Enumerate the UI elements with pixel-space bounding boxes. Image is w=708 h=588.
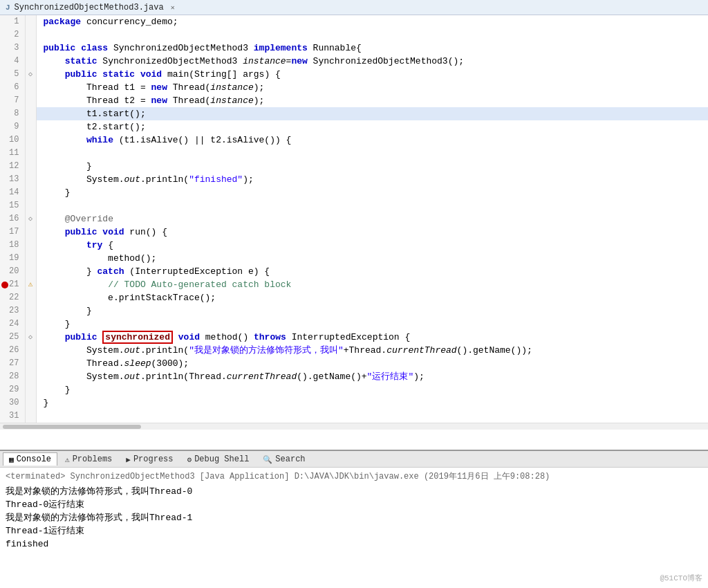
- code-line: [36, 410, 708, 423]
- line-number: 31: [0, 410, 25, 423]
- line-number: 4: [0, 55, 25, 68]
- code-line: public synchronized void method() throws…: [36, 331, 708, 344]
- gutter-icon: [25, 304, 36, 318]
- line-number: 16: [0, 212, 25, 226]
- code-line: }: [36, 396, 708, 410]
- gutter-icon: [25, 291, 36, 304]
- code-line: [36, 199, 708, 212]
- code-line: t1.start();: [36, 107, 708, 120]
- line-number: 28: [0, 370, 25, 383]
- gutter-icon: ⚠: [25, 278, 36, 291]
- code-line: }: [36, 383, 708, 396]
- code-line: public void run() {: [36, 226, 708, 239]
- code-line: public static void main(String[] args) {: [36, 68, 708, 81]
- table-row: 18 try {: [0, 239, 708, 252]
- code-line: }: [36, 186, 708, 199]
- file-java-icon: J: [6, 3, 10, 12]
- console-tab-progress[interactable]: ▶Progress: [120, 452, 179, 466]
- console-tab-debug-shell[interactable]: ⚙Debug Shell: [181, 452, 256, 466]
- code-line: System.out.println(Thread.currentThread(…: [36, 370, 708, 383]
- table-row: 21⚠ // TODO Auto-generated catch block: [0, 278, 708, 291]
- line-number: 29: [0, 383, 25, 396]
- table-row: 14 }: [0, 186, 708, 199]
- console-tab-search[interactable]: 🔍Search: [257, 452, 311, 466]
- tab-label: Progress: [133, 454, 174, 464]
- code-line: static SynchronizedObjectMethod3 instanc…: [36, 55, 708, 68]
- table-row: 7 Thread t2 = new Thread(instance);: [0, 94, 708, 107]
- table-row: 25◇ public synchronized void method() th…: [0, 331, 708, 344]
- line-number: 25: [0, 331, 25, 344]
- gutter-icon: ◇: [25, 68, 36, 81]
- tab-icon: ▦: [9, 455, 14, 464]
- gutter-icon: [25, 173, 36, 186]
- line-number: 15: [0, 199, 25, 212]
- console-tab-console[interactable]: ▦Console: [3, 452, 57, 466]
- gutter-icon: [25, 226, 36, 239]
- console-output-line: Thread-1运行结束: [6, 524, 702, 538]
- file-name: SynchronizedObjectMethod3.java: [15, 3, 164, 12]
- code-line: }: [36, 160, 708, 173]
- line-number: 30: [0, 396, 25, 410]
- tab-icon: 🔍: [263, 455, 272, 464]
- code-area[interactable]: 1package concurrency_demo;23public class…: [0, 15, 708, 450]
- tab-label: Problems: [73, 454, 113, 464]
- table-row: 1package concurrency_demo;: [0, 15, 708, 28]
- table-row: 12 }: [0, 160, 708, 173]
- gutter-icon: [25, 252, 36, 265]
- gutter-icon: [25, 396, 36, 410]
- table-row: 26 System.out.println("我是对象锁的方法修饰符形式，我叫"…: [0, 344, 708, 357]
- line-number: 27: [0, 357, 25, 370]
- title-bar: J SynchronizedObjectMethod3.java ✕: [0, 0, 708, 15]
- gutter-icon: [25, 81, 36, 94]
- close-icon[interactable]: ✕: [171, 3, 175, 12]
- gutter-icon: [25, 186, 36, 199]
- code-line: t2.start();: [36, 120, 708, 134]
- line-number: 6: [0, 81, 25, 94]
- line-number: 7: [0, 94, 25, 107]
- scrollbar-thumb[interactable]: [3, 425, 141, 429]
- console-output-line: 我是对象锁的方法修饰符形式，我叫Thread-1: [6, 511, 702, 524]
- code-line: System.out.println("finished");: [36, 173, 708, 186]
- code-line: try {: [36, 239, 708, 252]
- line-number: 11: [0, 147, 25, 160]
- table-row: 17 public void run() {: [0, 226, 708, 239]
- line-number: 20: [0, 265, 25, 278]
- tab-icon: ⚠: [65, 455, 70, 464]
- line-number: 17: [0, 226, 25, 239]
- tab-label: Console: [17, 454, 51, 464]
- code-line: method();: [36, 252, 708, 265]
- line-number: 13: [0, 173, 25, 186]
- watermark: @51CTO博客: [660, 572, 702, 585]
- table-row: 29 }: [0, 383, 708, 396]
- gutter-icon: [25, 239, 36, 252]
- table-row: 31: [0, 410, 708, 423]
- line-number: 26: [0, 344, 25, 357]
- gutter-icon: [25, 147, 36, 160]
- gutter-icon: [25, 94, 36, 107]
- console-tabs-bar: ▦Console⚠Problems▶Progress⚙Debug Shell🔍S…: [0, 451, 708, 468]
- tab-icon: ▶: [126, 455, 131, 464]
- gutter-icon: [25, 410, 36, 423]
- table-row: 15: [0, 199, 708, 212]
- table-row: 5◇ public static void main(String[] args…: [0, 68, 708, 81]
- table-row: 8 t1.start();: [0, 107, 708, 120]
- gutter-icon: [25, 344, 36, 357]
- table-row: 24 }: [0, 318, 708, 331]
- table-row: 19 method();: [0, 252, 708, 265]
- gutter-icon: [25, 318, 36, 331]
- line-number: 21: [0, 278, 25, 291]
- horizontal-scrollbar[interactable]: [0, 423, 708, 430]
- line-number: 1: [0, 15, 25, 28]
- gutter-icon: ◇: [25, 212, 36, 226]
- gutter-icon: [25, 55, 36, 68]
- gutter-icon: [25, 28, 36, 42]
- code-line: Thread t2 = new Thread(instance);: [36, 94, 708, 107]
- code-line: Thread.sleep(3000);: [36, 357, 708, 370]
- code-line: }: [36, 304, 708, 318]
- code-line: System.out.println("我是对象锁的方法修饰符形式，我叫"+Th…: [36, 344, 708, 357]
- table-row: 20 } catch (InterruptedException e) {: [0, 265, 708, 278]
- console-tab-problems[interactable]: ⚠Problems: [59, 452, 118, 466]
- line-number: 10: [0, 134, 25, 147]
- gutter-icon: [25, 160, 36, 173]
- gutter-icon: [25, 134, 36, 147]
